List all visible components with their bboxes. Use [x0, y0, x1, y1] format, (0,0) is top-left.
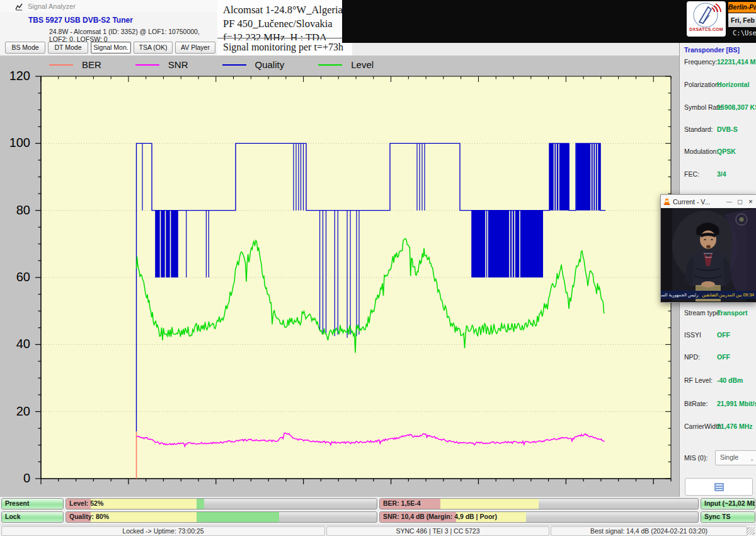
world-clocks: Berlin-Paris-Vienna-RomaFri, Feb 2306:14… — [728, 1, 756, 28]
video-still — [661, 208, 756, 301]
chevron-down-icon: ⌄ — [750, 453, 755, 465]
transponder-label: Frequency: — [684, 58, 718, 66]
transponder-label: NPD: — [684, 353, 700, 361]
vlc-video-frame[interactable]: 09:34 بين المدربين الشابقين رئيس الجمهور… — [661, 208, 756, 301]
legend-label: Level — [351, 59, 374, 70]
level-bar: Level: 52% — [66, 498, 377, 510]
satellite-dish-icon — [690, 2, 722, 28]
bar-fill-segment — [91, 499, 197, 509]
transponder-row: ISSYIOFF — [680, 331, 756, 341]
console-command-line: C:\Users\Roman Dávid>Signal monitoring_P… — [733, 29, 756, 37]
gap-strip — [352, 43, 679, 55]
signal-analyzer-app: Signal Analyzer TBS 5927 USB DVB-S2 Tune… — [0, 0, 756, 536]
chart-region: BERSNRQualityLevel 020406080100120 — [0, 55, 679, 497]
vlc-title: Current - V... — [673, 198, 724, 206]
transponder-value: Horizontal — [717, 81, 749, 88]
transponder-value: DVB-S — [717, 125, 738, 133]
bar-fill-segment — [197, 499, 204, 509]
ticker-text: رئيس الجمهورية السيد عبد المجيد تبون — [661, 293, 700, 298]
snr-bar: SNR: 10,4 dB (Margin: 4,9 dB | Poor) — [379, 511, 699, 523]
transponder-value: -40 dBm — [717, 376, 743, 384]
transponder-value: 21,991 Mbit/s — [717, 400, 756, 407]
transponder-label: Stream type: — [684, 309, 722, 317]
dxsatcs-logo: DXSATCS.COM — [687, 1, 726, 37]
transponder-value: 15908,307 KS/s — [717, 103, 756, 111]
tuner-name: TBS 5927 USB DVB-S2 Tuner — [28, 16, 133, 25]
legend-label: BER — [82, 59, 101, 70]
sidebar-button-panel — [679, 474, 756, 497]
y-tick-label: 20 — [3, 404, 30, 419]
transponder-row: Stream type:Transport — [680, 309, 756, 319]
transponder-value: OFF — [717, 353, 730, 361]
tab-dt-mode[interactable]: DT Mode — [48, 42, 88, 54]
transponder-value: 21,476 MHz — [717, 422, 753, 430]
bar-fill-segment — [197, 512, 279, 522]
transponder-label: Polarization: — [684, 81, 721, 88]
y-tick-label: 120 — [3, 69, 30, 83]
transponder-row: NPD:OFF — [680, 353, 756, 363]
transponder-label: BitRate: — [684, 400, 707, 407]
tab-av-player[interactable]: AV Player — [175, 42, 215, 54]
vlc-titlebar[interactable]: Current - V... — ▢ ✕ — [661, 195, 756, 209]
transponder-row: Modulation:QPSK — [680, 148, 756, 158]
y-tick-label: 80 — [3, 203, 30, 218]
transponder-label: Standard: — [684, 125, 713, 133]
transponder-value: 12231,414 MHz — [717, 58, 756, 66]
vlc-window[interactable]: Current - V... — ▢ ✕ — [660, 194, 756, 303]
playlist-icon — [714, 483, 724, 491]
legend-label: SNR — [168, 59, 188, 70]
ber-bar: BER: 1,5E-4 — [379, 498, 699, 510]
clock-date: Fri, Feb 23 — [731, 16, 756, 24]
transponder-value: QPSK — [717, 148, 736, 155]
quality-bar: Quality: 80% — [66, 511, 377, 523]
legend-swatch — [135, 64, 159, 66]
transponder-row: BitRate:21,991 Mbit/s — [680, 400, 756, 410]
tab-signal-mon[interactable]: Signal Mon. — [91, 42, 131, 54]
bar-fill-segment — [440, 499, 539, 509]
sync-ts-indicator: Sync TS — [701, 511, 755, 523]
vlc-close-button[interactable]: ✕ — [745, 199, 756, 205]
statusbar: Locked -> Uptime: 73:00:25 SYNC 486 | TE… — [0, 525, 756, 536]
y-tick-label: 100 — [3, 136, 30, 150]
vlc-minimize-button[interactable]: — — [724, 199, 735, 205]
legend-label: Quality — [255, 59, 285, 70]
tab-bs-mode[interactable]: BS Mode — [5, 42, 45, 54]
window-titlebar: Signal Analyzer — [0, 0, 217, 13]
app-icon — [15, 3, 23, 11]
console-window: DXSATCS.COM Berlin-Paris-Vienna-RomaFri,… — [342, 0, 756, 43]
legend-item: Level — [318, 59, 374, 70]
clock-time-row: Fri, Feb 2306:14:54 — [728, 13, 756, 27]
statusbar-sync-counters: SYNC 486 | TEI 3 | CC 5723 — [326, 526, 549, 536]
legend-item: SNR — [135, 59, 188, 70]
transponder-label: FEC: — [684, 170, 699, 178]
transponder-row: Polarization:Horizontal — [680, 81, 756, 91]
vlc-maximize-button[interactable]: ▢ — [735, 199, 745, 205]
input-indicator: Input (~21,02 Mbps) — [701, 498, 755, 510]
legend-item: Quality — [222, 59, 285, 70]
ticker-highlight: 09:34 بين المدربين الشابقين — [700, 293, 756, 298]
vlc-cone-icon — [663, 198, 670, 206]
transponder-label: ISSYI — [684, 331, 701, 339]
clock-cell: Berlin-Paris-Vienna-RomaFri, Feb 2306:14… — [728, 2, 756, 27]
tuner-panel: Signal Analyzer TBS 5927 USB DVB-S2 Tune… — [0, 0, 218, 55]
mis-label: MIS (0): — [684, 454, 707, 462]
statusbar-best-signal: Best signal: 14,4 dB (2024-02-21 03:20) — [551, 526, 747, 536]
y-tick-label: 40 — [3, 337, 30, 351]
transponder-label: Modulation: — [684, 148, 718, 155]
tab-tsa[interactable]: TSA (OK) — [134, 42, 173, 54]
resize-grip[interactable] — [747, 527, 755, 535]
window-title: Signal Analyzer — [28, 3, 76, 10]
signal-chart — [33, 75, 679, 494]
legend-swatch — [318, 64, 342, 66]
transponder-row: Frequency:12231,414 MHz — [680, 58, 756, 68]
transponder-row: CarrierWidth:21,476 MHz — [680, 422, 756, 433]
transponder-value: 3/4 — [717, 170, 726, 178]
stream-list-button[interactable] — [685, 478, 753, 496]
lock-indicator: Lock — [1, 511, 64, 523]
transponder-title: Transponder [BS] — [684, 46, 740, 54]
transponder-row: FEC:3/4 — [680, 170, 756, 180]
statusbar-uptime: Locked -> Uptime: 73:00:25 — [1, 526, 325, 536]
transponder-value: Transport — [717, 309, 747, 317]
transponder-row: RF Level:-40 dBm — [680, 376, 756, 387]
mis-select[interactable]: Single ⌄ — [715, 450, 756, 465]
